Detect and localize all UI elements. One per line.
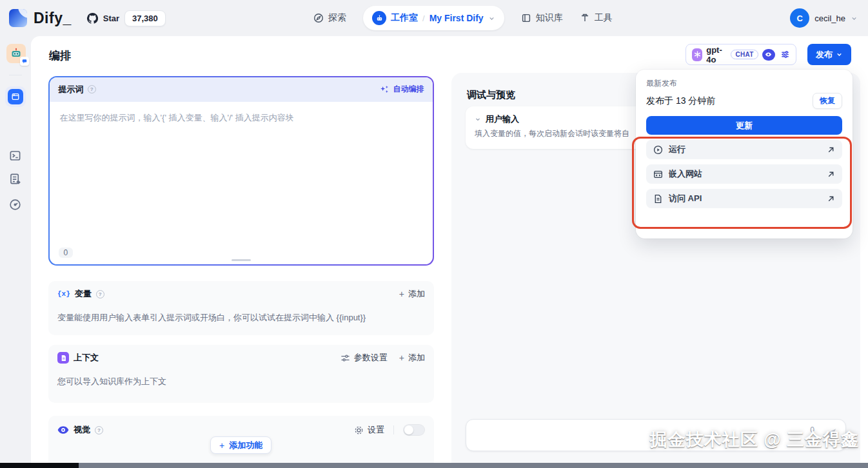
variables-title: 变量 — [75, 288, 92, 300]
window-icon — [8, 89, 23, 104]
prompt-title: 提示词 — [59, 84, 84, 95]
chat-input[interactable]: 0 — [466, 419, 846, 451]
nav-explore-label: 探索 — [328, 12, 346, 24]
logs-icon — [9, 173, 21, 185]
restore-button[interactable]: 恢复 — [813, 93, 842, 109]
menu-item-embed-site[interactable]: 嵌入网站 — [646, 164, 842, 184]
auto-orchestrate-label: 自动编排 — [393, 84, 424, 95]
prompt-placeholder: 在这里写你的提示词，输入'{' 插入变量、输入'/' 插入提示内容块 — [60, 113, 294, 122]
user-menu[interactable]: C cecil_he — [790, 8, 858, 28]
nav-studio-pill[interactable]: 工作室 / My First Dify — [363, 6, 504, 30]
rail-item-terminal[interactable] — [9, 150, 21, 162]
embed-browser-icon — [653, 170, 663, 179]
help-icon[interactable]: ? — [96, 290, 104, 298]
chat-mode-badge-icon — [20, 57, 29, 66]
nav-knowledge[interactable]: 知识库 — [521, 12, 563, 24]
star-count[interactable]: 37,380 — [124, 10, 166, 26]
nav-tools[interactable]: 工具 — [580, 12, 613, 24]
avatar: C — [790, 8, 809, 28]
menu-item-run[interactable]: 运行 — [646, 140, 842, 159]
variables-description: 变量能使用用户输入表单引入提示词或开场白，你可以试试在提示词中输入 {{inpu… — [48, 307, 434, 324]
prompt-editor[interactable]: 在这里写你的提示词，输入'{' 插入变量、输入'/' 插入提示内容块 — [50, 102, 433, 265]
prompt-panel-header: 提示词 ? 自动编排 — [50, 77, 433, 102]
latest-release-label: 最新发布 — [646, 78, 842, 89]
arrow-up-right-icon — [827, 170, 835, 179]
chevron-down-icon — [851, 15, 858, 22]
menu-item-access-api[interactable]: 访问 API — [646, 189, 842, 208]
publish-label: 发布 — [816, 49, 833, 61]
vision-capability-icon — [762, 49, 775, 61]
app-header: Dify_ Star 37,380 探索 工作室 / My First Dify… — [0, 0, 868, 36]
nav-explore[interactable]: 探索 — [313, 12, 346, 24]
params-settings-button[interactable]: 参数设置 — [340, 352, 388, 364]
vision-title: 视觉 — [74, 424, 90, 436]
openai-icon — [692, 48, 702, 61]
breadcrumb-app-name: My First Dify — [429, 13, 484, 23]
nav-knowledge-label: 知识库 — [536, 12, 563, 24]
left-rail — [0, 36, 31, 468]
send-icon[interactable] — [821, 426, 838, 443]
update-button[interactable]: 更新 — [646, 116, 842, 135]
play-circle-icon — [653, 145, 663, 155]
publish-dropdown: 最新发布 发布于 13 分钟前 恢复 更新 运行 嵌入网站 访问 API — [636, 70, 853, 239]
rail-item-orchestrate[interactable] — [5, 86, 26, 107]
tools-icon — [580, 13, 590, 23]
help-icon[interactable]: ? — [95, 426, 103, 434]
robot-icon — [372, 11, 386, 25]
resize-handle[interactable] — [232, 259, 251, 261]
page-title: 编排 — [49, 48, 71, 63]
add-feature-label: 添加功能 — [229, 440, 262, 451]
plus-icon: + — [219, 440, 224, 451]
help-icon[interactable]: ? — [88, 85, 96, 93]
chat-mode-badge: CHAT — [731, 50, 758, 59]
model-selector[interactable]: gpt-4o CHAT — [686, 44, 796, 65]
add-feature-button[interactable]: + 添加功能 — [210, 436, 271, 454]
context-section: 上下文 参数设置 + 添加 您可以导入知识库作为上下文 — [48, 345, 434, 403]
arrow-up-right-icon — [827, 195, 835, 203]
variables-section: {x} 变量 ? + 添加 变量能使用用户输入表单引入提示词或开场白，你可以试试… — [48, 281, 434, 335]
sparkles-icon — [380, 84, 390, 94]
chevron-down-icon — [836, 51, 843, 58]
file-icon — [653, 194, 663, 204]
auto-orchestrate-button[interactable]: 自动编排 — [380, 84, 424, 95]
rail-divider — [9, 75, 22, 75]
rail-item-logs[interactable] — [9, 173, 21, 185]
menu-item-label: 运行 — [669, 144, 686, 155]
model-tune-icon[interactable] — [780, 50, 790, 59]
compass-icon — [313, 13, 324, 23]
app-avatar[interactable] — [6, 44, 26, 63]
vision-toggle[interactable] — [403, 424, 425, 436]
user-name: cecil_he — [814, 14, 845, 23]
breadcrumb-separator: / — [422, 14, 425, 23]
gauge-icon — [9, 199, 21, 211]
params-settings-label: 参数设置 — [354, 352, 388, 364]
prompt-panel: 提示词 ? 自动编排 在这里写你的提示词，输入'{' 插入变量、输入'/' 插入… — [48, 76, 434, 266]
menu-item-label: 嵌入网站 — [669, 168, 702, 180]
publish-button[interactable]: 发布 — [807, 44, 851, 65]
vision-settings-button[interactable]: 设置 — [354, 424, 384, 436]
chevron-down-icon — [488, 15, 495, 22]
context-description: 您可以导入知识库作为上下文 — [48, 371, 434, 387]
context-doc-icon — [57, 352, 69, 364]
plus-icon: + — [399, 289, 404, 299]
user-input-title: 用户输入 — [486, 113, 519, 125]
divider — [393, 425, 394, 434]
sliders-icon — [340, 353, 350, 363]
chevron-down-icon — [475, 116, 481, 122]
menu-item-label: 访问 API — [669, 193, 702, 204]
eye-icon — [57, 424, 69, 436]
add-variable-button[interactable]: + 添加 — [399, 288, 425, 300]
terminal-icon — [9, 150, 21, 162]
nav-studio-label: 工作室 — [391, 12, 418, 24]
debug-title: 调试与预览 — [467, 89, 515, 101]
add-context-label: 添加 — [408, 352, 425, 364]
rail-item-monitoring[interactable] — [9, 199, 21, 211]
arrow-up-right-icon — [827, 146, 835, 154]
add-context-button[interactable]: + 添加 — [399, 352, 425, 364]
plus-icon: + — [399, 353, 404, 363]
brand-name: Dify_ — [34, 10, 72, 27]
published-time: 发布于 13 分钟前 — [646, 95, 715, 107]
chat-char-counter: 0 — [810, 425, 814, 434]
variable-icon: {x} — [57, 290, 70, 298]
gear-icon — [354, 425, 364, 435]
